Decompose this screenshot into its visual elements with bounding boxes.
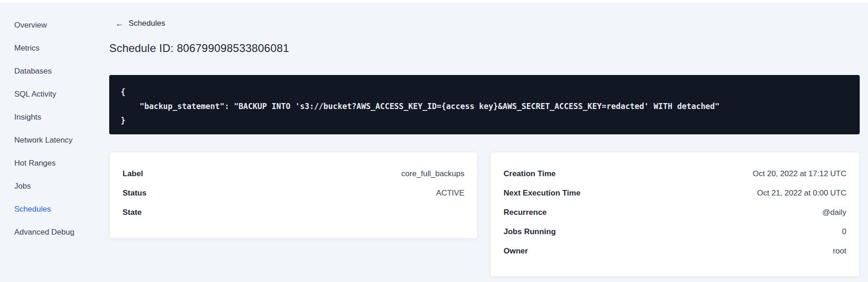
sidebar-item-metrics[interactable]: Metrics — [0, 37, 109, 60]
schedule-definition-code-block: { "backup_statement": "BACKUP INTO 's3:/… — [109, 75, 860, 134]
row-value: 0 — [842, 227, 846, 236]
code-line: { — [121, 85, 848, 99]
sidebar-item-sql-activity[interactable]: SQL Activity — [0, 83, 109, 106]
table-row: Recurrence @daily — [504, 203, 846, 222]
sidebar-item-advanced-debug[interactable]: Advanced Debug — [0, 221, 109, 244]
row-value: root — [833, 247, 846, 256]
back-arrow-icon: ← — [115, 19, 123, 28]
sidebar-item-schedules[interactable]: Schedules — [0, 198, 109, 221]
code-line: } — [121, 114, 848, 128]
table-row: State — [123, 203, 464, 222]
code-line: "backup_statement": "BACKUP INTO 's3://b… — [121, 99, 848, 114]
table-row: Next Execution Time Oct 21, 2022 at 0:00… — [504, 184, 846, 203]
row-label: Owner — [504, 247, 528, 256]
row-value: ACTIVE — [436, 189, 464, 198]
sidebar-item-databases[interactable]: Databases — [0, 60, 109, 83]
schedule-timing-card: Creation Time Oct 20, 2022 at 17:12 UTC … — [490, 152, 860, 277]
row-label: Label — [123, 169, 143, 178]
table-row: Jobs Running 0 — [504, 222, 846, 242]
sidebar-item-jobs[interactable]: Jobs — [0, 175, 109, 198]
row-value: core_full_backups — [401, 169, 464, 178]
table-row: Owner root — [504, 242, 846, 261]
row-label: Next Execution Time — [504, 189, 581, 198]
top-strip — [0, 0, 868, 3]
row-label: State — [123, 208, 142, 217]
sidebar-item-hot-ranges[interactable]: Hot Ranges — [0, 152, 109, 175]
table-row: Label core_full_backups — [123, 164, 464, 184]
row-value: Oct 20, 2022 at 17:12 UTC — [753, 169, 846, 178]
row-value: @daily — [822, 208, 846, 217]
schedule-details-card: Label core_full_backups Status ACTIVE St… — [109, 152, 478, 239]
sidebar-item-overview[interactable]: Overview — [0, 14, 109, 37]
sidebar: Overview Metrics Databases SQL Activity … — [0, 0, 109, 282]
row-label: Jobs Running — [504, 227, 556, 236]
row-label: Recurrence — [504, 208, 547, 217]
row-label: Creation Time — [504, 169, 556, 178]
table-row: Creation Time Oct 20, 2022 at 17:12 UTC — [504, 164, 846, 184]
page-title: Schedule ID: 806799098533806081 — [109, 42, 289, 55]
sidebar-item-insights[interactable]: Insights — [0, 106, 109, 129]
back-link-label: Schedules — [129, 19, 165, 28]
back-to-schedules-link[interactable]: ← Schedules — [115, 19, 165, 28]
sidebar-item-network-latency[interactable]: Network Latency — [0, 129, 109, 152]
table-row: Status ACTIVE — [123, 184, 464, 203]
row-value: Oct 21, 2022 at 0:00 UTC — [757, 189, 846, 198]
row-label: Status — [123, 189, 147, 198]
